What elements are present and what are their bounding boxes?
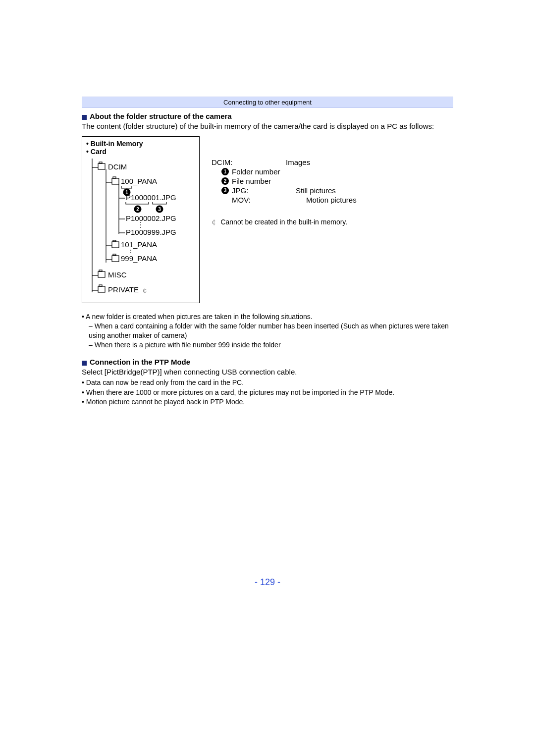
note-1a: When a card containing a folder with the… xyxy=(89,322,449,339)
note-1: A new folder is created when pictures ar… xyxy=(86,313,313,321)
tree-100pana: 100_PANA xyxy=(121,177,157,185)
svg-rect-6 xyxy=(112,178,119,184)
svg-rect-7 xyxy=(113,177,116,178)
section-2-bullets: • Data can now be read only from the car… xyxy=(82,378,453,407)
svg-rect-19 xyxy=(113,254,116,256)
section-1-intro: The content (folder structure) of the bu… xyxy=(82,121,453,131)
svg-rect-24 xyxy=(98,286,105,292)
tree-file-1: P1000001.JPG xyxy=(126,193,176,202)
legend-dcim-label: DCIM: xyxy=(212,158,233,166)
folder-tree-diagram: DCIM 100_PANA P1000001.JPG P1000002.JPG … xyxy=(86,159,187,297)
section-2-title: Connection in the PTP Mode xyxy=(90,358,190,366)
svg-text:3: 3 xyxy=(158,207,161,212)
svg-rect-14 xyxy=(112,242,119,248)
tree-box-line-2: • Card xyxy=(86,148,195,156)
legend-mov-label: MOV: xyxy=(232,196,251,204)
svg-rect-22 xyxy=(99,270,102,271)
legend-jpg-label: JPG: xyxy=(232,186,248,195)
page: Connecting to other equipment About the … xyxy=(0,0,535,407)
ptp-note-1: Data can now be read only from the card … xyxy=(86,378,244,386)
legend-asterisk-note: ¢ Cannot be created in the built-in memo… xyxy=(212,218,453,226)
svg-rect-15 xyxy=(113,240,116,242)
asterisk-icon: ¢ xyxy=(212,218,215,226)
square-bullet-icon xyxy=(82,115,87,120)
ptp-note-3: Motion picture cannot be played back in … xyxy=(86,398,245,406)
folder-structure-block: • Built-in Memory • Card xyxy=(82,136,453,303)
ptp-note-2: When there are 1000 or more pictures on … xyxy=(86,388,394,396)
svg-rect-2 xyxy=(98,163,105,169)
tree-999pana: 999_PANA xyxy=(121,254,157,263)
tree-dcim: DCIM xyxy=(108,162,127,171)
breadcrumb: Connecting to other equipment xyxy=(82,97,453,108)
tree-private: PRIVATE xyxy=(108,285,139,294)
legend: DCIM: Images 1 Folder number 2 File numb… xyxy=(212,136,453,226)
callout-1-icon: 1 xyxy=(221,168,229,175)
svg-rect-21 xyxy=(98,271,105,277)
section-1-heading: About the folder structure of the camera xyxy=(82,112,453,120)
tree-misc: MISC xyxy=(108,270,127,279)
notes-block-1: • A new folder is created when pictures … xyxy=(82,312,453,350)
section-2-heading: Connection in the PTP Mode xyxy=(82,358,453,366)
page-number: - 129 - xyxy=(0,577,535,588)
tree-file-999: P1000999.JPG xyxy=(126,228,176,236)
callout-3-icon: 3 xyxy=(221,187,229,194)
section-1-title: About the folder structure of the camera xyxy=(90,112,232,120)
square-bullet-icon xyxy=(82,361,87,366)
legend-dcim-value: Images xyxy=(286,158,453,166)
svg-rect-25 xyxy=(99,285,102,286)
note-1b: When there is a picture with file number… xyxy=(95,341,281,349)
tree-asterisk: ¢ xyxy=(143,286,147,295)
callout-2-icon: 2 xyxy=(221,177,229,185)
section-2-intro: Select [PictBridge(PTP)] when connecting… xyxy=(82,367,453,377)
legend-folder-number: Folder number xyxy=(232,167,280,176)
tree-101pana: 101_PANA xyxy=(121,240,157,249)
svg-rect-3 xyxy=(99,162,102,163)
legend-file-number: File number xyxy=(232,177,271,185)
legend-jpg-value: Still pictures xyxy=(296,186,453,195)
svg-rect-18 xyxy=(112,256,119,262)
tree-box-line-1: • Built-in Memory xyxy=(86,140,195,148)
legend-mov-value: Motion pictures xyxy=(306,196,453,204)
svg-text:1: 1 xyxy=(125,190,128,195)
svg-text:2: 2 xyxy=(136,207,139,212)
tree-box: • Built-in Memory • Card xyxy=(82,136,200,303)
tree-file-2: P1000002.JPG xyxy=(126,214,176,222)
